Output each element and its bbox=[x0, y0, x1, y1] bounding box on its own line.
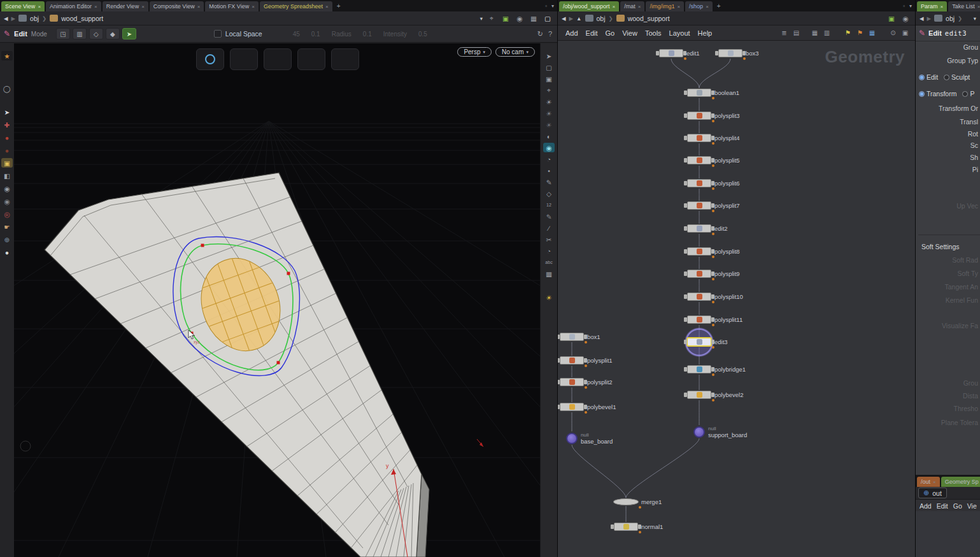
tab-take-list[interactable]: Take List× bbox=[948, 1, 980, 11]
pane-split-icon[interactable]: ▫ bbox=[545, 3, 547, 9]
node-flag-icon[interactable] bbox=[712, 142, 714, 145]
node-flag-icon[interactable] bbox=[585, 386, 587, 389]
visualizer-icon[interactable]: ☀ bbox=[543, 293, 555, 302]
refresh-icon[interactable]: ↻ bbox=[537, 30, 543, 38]
path-context[interactable]: obj bbox=[30, 15, 39, 22]
forward-button[interactable]: ▶ bbox=[569, 15, 574, 22]
torus-tool-icon[interactable]: ◎ bbox=[1, 209, 13, 219]
snap-icon[interactable]: ◇ bbox=[543, 189, 555, 198]
grid-view-icon[interactable]: ▦ bbox=[810, 29, 820, 38]
rotate-tool-icon[interactable]: ◇ bbox=[89, 28, 103, 40]
brush-preset-button-4[interactable] bbox=[297, 48, 325, 70]
node-polybevel2[interactable] bbox=[687, 391, 711, 399]
node-edit3[interactable] bbox=[687, 338, 711, 346]
board-mesh[interactable] bbox=[45, 173, 429, 557]
menu-go[interactable]: Go bbox=[953, 502, 962, 510]
pane-menu-icon[interactable]: ▾ bbox=[909, 3, 912, 9]
normal-lights-icon[interactable]: ☀ bbox=[543, 108, 555, 118]
node-polysplit7[interactable] bbox=[687, 201, 711, 210]
headlight-icon[interactable]: ☀ bbox=[543, 97, 555, 106]
radio-transform[interactable]: Transform bbox=[919, 90, 956, 98]
node-name-field[interactable]: edit3 bbox=[945, 29, 967, 37]
menu-45[interactable]: 45 bbox=[293, 31, 300, 38]
knife-icon[interactable]: ✂ bbox=[543, 235, 555, 244]
tab-scene-view[interactable]: Scene View× bbox=[1, 1, 45, 11]
menu-help[interactable]: Help bbox=[698, 29, 713, 37]
dimension-icon[interactable]: 12 bbox=[543, 200, 555, 210]
node-flag-icon[interactable] bbox=[712, 346, 714, 349]
menu-radius[interactable]: Radius bbox=[332, 31, 352, 38]
tab-close-icon[interactable]: × bbox=[706, 4, 709, 10]
node-flag-icon[interactable] bbox=[585, 365, 587, 367]
pen-tool-icon[interactable]: ✎ bbox=[543, 177, 555, 187]
edit-state-label[interactable]: Edit bbox=[14, 30, 27, 38]
node-polysplit5[interactable] bbox=[687, 156, 711, 164]
radio-sculpt[interactable]: Sculpt bbox=[944, 73, 970, 81]
new-tab-button[interactable]: + bbox=[713, 0, 725, 11]
node-polysplit1[interactable] bbox=[560, 356, 584, 365]
menu-edit[interactable]: Edit bbox=[586, 29, 598, 37]
local-space-checkbox[interactable] bbox=[214, 30, 222, 38]
shadows-icon[interactable]: ◐ bbox=[543, 131, 555, 141]
node-box3[interactable] bbox=[718, 49, 742, 57]
tab-mat[interactable]: /mat× bbox=[620, 1, 644, 11]
radio-p[interactable]: P bbox=[962, 90, 974, 98]
forward-button[interactable]: ▶ bbox=[927, 15, 932, 22]
protractor-icon[interactable]: ◔ bbox=[543, 246, 555, 256]
node-merge1[interactable] bbox=[613, 498, 639, 505]
node-box1[interactable] bbox=[560, 333, 584, 341]
menu-go[interactable]: Go bbox=[606, 29, 615, 37]
menu-0-5[interactable]: 0.5 bbox=[418, 31, 427, 38]
brush-icon[interactable]: ✎ bbox=[543, 212, 555, 221]
out-context-chip[interactable]: ⊕ out bbox=[918, 488, 947, 498]
help-icon[interactable]: ? bbox=[548, 30, 552, 38]
network-canvas[interactable]: edit1box3boolean1polysplit3polysplit4pol… bbox=[558, 41, 916, 557]
node-flag-icon[interactable] bbox=[712, 373, 714, 376]
handle-tool-icon[interactable]: ◳ bbox=[56, 28, 70, 40]
sync-green-icon[interactable]: ▣ bbox=[886, 13, 897, 23]
node-flag-icon[interactable] bbox=[712, 120, 714, 122]
tab-obj-wood-support[interactable]: /obj/wood_support× bbox=[559, 1, 619, 11]
node-polysplit2[interactable] bbox=[560, 378, 584, 386]
snapshot-icon[interactable]: ▣ bbox=[900, 29, 910, 38]
layout-list-icon[interactable]: ≣ bbox=[779, 29, 789, 38]
node-polysplit9[interactable] bbox=[687, 270, 711, 278]
search-icon[interactable]: ⊙ bbox=[888, 29, 898, 38]
tab-close-icon[interactable]: × bbox=[197, 4, 201, 10]
sphere-brush-icon[interactable]: ● bbox=[1, 133, 13, 142]
node-flag-icon[interactable] bbox=[712, 233, 714, 235]
maximize-pane-icon[interactable]: ▢ bbox=[542, 13, 553, 23]
out-canvas[interactable] bbox=[916, 511, 980, 557]
path-dropdown-icon[interactable]: ▾ bbox=[974, 15, 976, 22]
character-icon[interactable]: ◉ bbox=[1, 184, 13, 193]
menu-add[interactable]: Add bbox=[565, 29, 578, 37]
tab-out[interactable]: /out× bbox=[917, 477, 940, 487]
select-handle-icon[interactable]: ➤ bbox=[122, 28, 136, 40]
forward-button[interactable]: ▶ bbox=[11, 15, 16, 22]
edit-tool-icon[interactable]: ▣ bbox=[1, 158, 13, 168]
node-flag-icon[interactable] bbox=[712, 164, 714, 167]
tab-close-icon[interactable]: × bbox=[38, 4, 41, 10]
hq-lights-icon[interactable]: ☀ bbox=[543, 120, 555, 129]
menu-0-1[interactable]: 0.1 bbox=[363, 31, 372, 38]
node-support_board[interactable] bbox=[693, 426, 705, 438]
node-flag-icon[interactable] bbox=[712, 97, 714, 99]
tab-close-icon[interactable]: × bbox=[613, 4, 616, 10]
menu-vie[interactable]: Vie bbox=[967, 502, 977, 510]
snapshot-icon[interactable]: ◉ bbox=[900, 13, 911, 23]
tab-close-icon[interactable]: × bbox=[252, 4, 255, 10]
node-normal1[interactable] bbox=[614, 523, 638, 531]
lasso-select-icon[interactable]: ◯ bbox=[1, 83, 13, 93]
select-arrow-icon[interactable]: ➤ bbox=[1, 107, 13, 117]
select-mode-icon[interactable]: ➤ bbox=[543, 51, 555, 61]
node-flag-icon[interactable] bbox=[712, 301, 714, 303]
frame-view-icon[interactable]: ▢ bbox=[543, 62, 555, 72]
menu-intensity[interactable]: Intensity bbox=[383, 31, 407, 38]
viewport-3d[interactable]: y xyz Persp ▾ No cam ▾ bbox=[14, 43, 540, 557]
node-polybevel1[interactable] bbox=[560, 403, 584, 411]
node-polysplit11[interactable] bbox=[687, 315, 711, 324]
path-node[interactable]: wood_support bbox=[628, 15, 670, 22]
menu-layout[interactable]: Layout bbox=[669, 29, 690, 37]
tab-close-icon[interactable]: × bbox=[677, 4, 680, 10]
node-edit1[interactable] bbox=[659, 49, 683, 57]
